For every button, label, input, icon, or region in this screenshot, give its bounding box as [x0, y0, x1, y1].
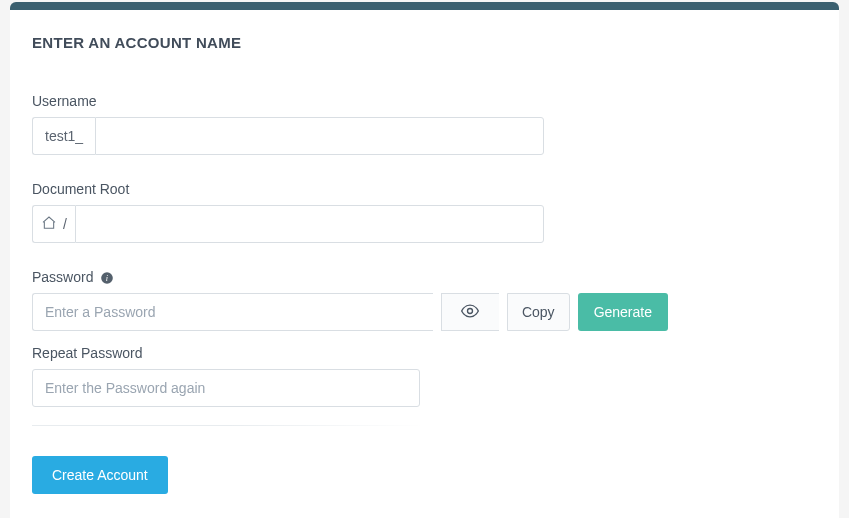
username-label: Username	[32, 93, 817, 109]
divider	[32, 425, 424, 426]
username-prefix: test1_	[32, 117, 95, 155]
path-separator: /	[63, 216, 67, 232]
eye-icon	[460, 301, 480, 324]
svg-point-2	[468, 308, 473, 313]
document-root-group: Document Root /	[32, 181, 817, 243]
username-input[interactable]	[95, 117, 544, 155]
toggle-password-visibility-button[interactable]	[441, 293, 499, 331]
repeat-password-label: Repeat Password	[32, 345, 817, 361]
repeat-password-group: Repeat Password	[32, 345, 817, 407]
section-title: ENTER AN ACCOUNT NAME	[32, 34, 817, 51]
repeat-password-input[interactable]	[32, 369, 420, 407]
home-icon	[41, 215, 57, 234]
info-icon[interactable]: i	[100, 271, 114, 285]
username-group: Username test1_	[32, 93, 817, 155]
password-input[interactable]	[32, 293, 433, 331]
document-root-prefix: /	[32, 205, 75, 243]
document-root-label: Document Root	[32, 181, 817, 197]
top-accent-bar	[10, 2, 839, 10]
form-card: ENTER AN ACCOUNT NAME Username test1_ Do…	[10, 10, 839, 518]
create-account-button[interactable]: Create Account	[32, 456, 168, 494]
generate-button[interactable]: Generate	[578, 293, 668, 331]
password-group: Password i	[32, 269, 817, 331]
document-root-input[interactable]	[75, 205, 544, 243]
password-label: Password i	[32, 269, 817, 285]
copy-button[interactable]: Copy	[507, 293, 570, 331]
